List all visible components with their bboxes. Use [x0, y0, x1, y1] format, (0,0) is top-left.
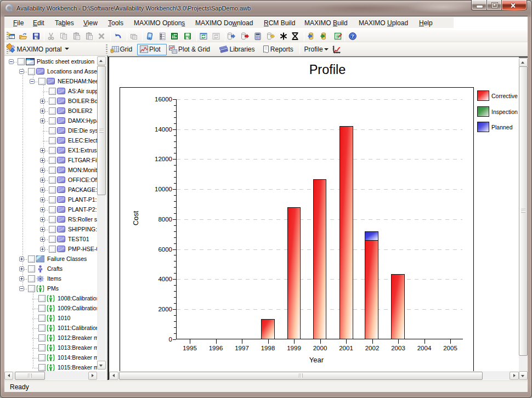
svg-text:?: ?: [351, 33, 354, 39]
